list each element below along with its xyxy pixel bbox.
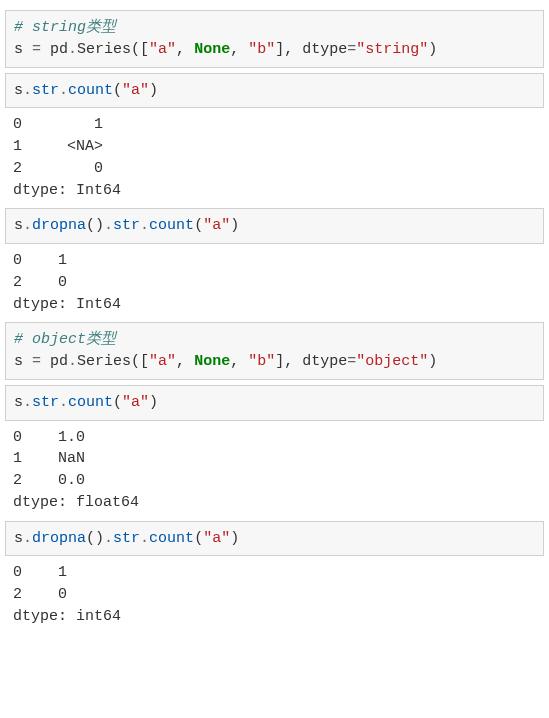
dot: . xyxy=(140,530,149,547)
paren-close: ) xyxy=(230,217,239,234)
var-s: s xyxy=(14,353,23,370)
str-a: "a" xyxy=(203,530,230,547)
comma: , xyxy=(230,353,248,370)
op-assign: = xyxy=(23,353,50,370)
method-str: str xyxy=(32,82,59,99)
paren-close: ) xyxy=(428,353,437,370)
none-kw: None xyxy=(194,41,230,58)
dot: . xyxy=(23,217,32,234)
comma: , xyxy=(230,41,248,58)
paren-empty: () xyxy=(86,217,104,234)
str-a: "a" xyxy=(203,217,230,234)
dot: . xyxy=(59,394,68,411)
bracket-close: ], xyxy=(275,41,302,58)
method-count: count xyxy=(149,530,194,547)
code-cell-4: # object类型 s = pd.Series(["a", None, "b"… xyxy=(5,322,544,380)
code-cell-3: s.dropna().str.count("a") xyxy=(5,208,544,244)
code-cell-5: s.str.count("a") xyxy=(5,385,544,421)
dot: . xyxy=(59,82,68,99)
paren-empty: () xyxy=(86,530,104,547)
str-b: "b" xyxy=(248,41,275,58)
comment-keyword: object xyxy=(32,331,86,348)
str-a: "a" xyxy=(122,394,149,411)
op-eq: = xyxy=(347,41,356,58)
output-cell-1: 0 1 1 <NA> 2 0 dtype: Int64 xyxy=(5,108,544,203)
comma: , xyxy=(176,41,194,58)
dot: . xyxy=(104,530,113,547)
str-a: "a" xyxy=(149,41,176,58)
dot: . xyxy=(140,217,149,234)
paren-close: ) xyxy=(149,394,158,411)
var-s: s xyxy=(14,41,23,58)
dot: . xyxy=(23,530,32,547)
pd-ident: pd xyxy=(50,353,68,370)
var-s: s xyxy=(14,394,23,411)
method-count: count xyxy=(68,394,113,411)
comment-rest: 类型 xyxy=(86,331,116,348)
comment-rest: 类型 xyxy=(86,19,116,36)
paren-open: ([ xyxy=(131,353,149,370)
dot: . xyxy=(23,82,32,99)
bracket-close: ], xyxy=(275,353,302,370)
dot: . xyxy=(68,353,77,370)
str-b: "b" xyxy=(248,353,275,370)
paren-close: ) xyxy=(149,82,158,99)
var-s: s xyxy=(14,217,23,234)
paren-open: ( xyxy=(113,82,122,99)
method-dropna: dropna xyxy=(32,530,86,547)
dtype-value: "string" xyxy=(356,41,428,58)
paren-open: ([ xyxy=(131,41,149,58)
dtype-kw: dtype xyxy=(302,353,347,370)
output-cell-3: 0 1.0 1 NaN 2 0.0 dtype: float64 xyxy=(5,421,544,516)
paren-close: ) xyxy=(230,530,239,547)
method-count: count xyxy=(149,217,194,234)
str-a: "a" xyxy=(149,353,176,370)
method-dropna: dropna xyxy=(32,217,86,234)
var-s: s xyxy=(14,82,23,99)
comment-hash: # xyxy=(14,331,32,348)
paren-open: ( xyxy=(194,217,203,234)
code-cell-1: # string类型 s = pd.Series(["a", None, "b"… xyxy=(5,10,544,68)
code-cell-6: s.dropna().str.count("a") xyxy=(5,521,544,557)
dot: . xyxy=(23,394,32,411)
var-s: s xyxy=(14,530,23,547)
series-ident: Series xyxy=(77,41,131,58)
comment-line: # string类型 xyxy=(14,19,116,36)
comment-line: # object类型 xyxy=(14,331,116,348)
none-kw: None xyxy=(194,353,230,370)
series-ident: Series xyxy=(77,353,131,370)
method-str: str xyxy=(32,394,59,411)
output-cell-2: 0 1 2 0 dtype: Int64 xyxy=(5,244,544,317)
dot: . xyxy=(104,217,113,234)
str-a: "a" xyxy=(122,82,149,99)
paren-open: ( xyxy=(194,530,203,547)
op-eq: = xyxy=(347,353,356,370)
dtype-value: "object" xyxy=(356,353,428,370)
paren-close: ) xyxy=(428,41,437,58)
paren-open: ( xyxy=(113,394,122,411)
comment-hash: # xyxy=(14,19,32,36)
op-assign: = xyxy=(23,41,50,58)
method-str: str xyxy=(113,530,140,547)
dot: . xyxy=(68,41,77,58)
output-cell-4: 0 1 2 0 dtype: int64 xyxy=(5,556,544,629)
method-count: count xyxy=(68,82,113,99)
method-str: str xyxy=(113,217,140,234)
pd-ident: pd xyxy=(50,41,68,58)
code-cell-2: s.str.count("a") xyxy=(5,73,544,109)
dtype-kw: dtype xyxy=(302,41,347,58)
comma: , xyxy=(176,353,194,370)
comment-keyword: string xyxy=(32,19,86,36)
